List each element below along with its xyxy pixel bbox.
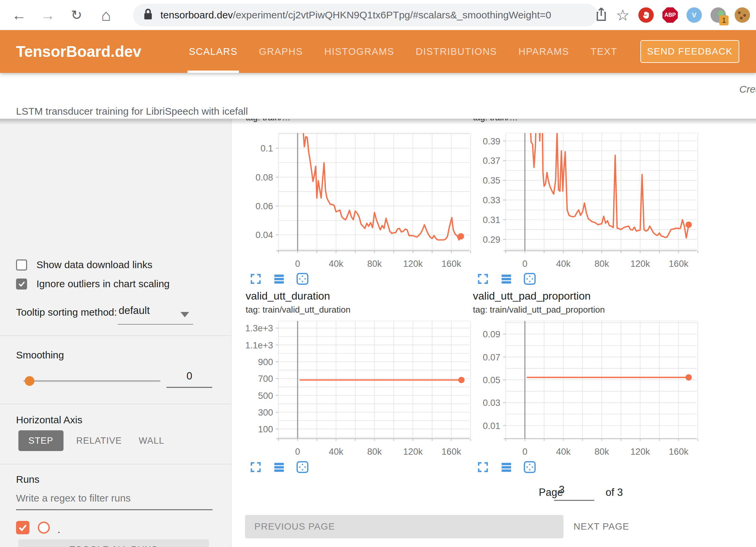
- svg-text:1.1e+3: 1.1e+3: [245, 340, 273, 350]
- svg-text:0: 0: [295, 447, 300, 457]
- svg-text:40k: 40k: [556, 447, 571, 457]
- svg-text:120k: 120k: [630, 259, 650, 269]
- chevron-down-icon[interactable]: [180, 312, 189, 317]
- extension-badge: 1: [719, 15, 729, 25]
- svg-text:80k: 80k: [367, 259, 382, 269]
- svg-text:100: 100: [258, 424, 273, 434]
- home-icon[interactable]: ⌂: [94, 0, 118, 30]
- tab-hparams[interactable]: HPARAMS: [508, 30, 580, 73]
- svg-text:120k: 120k: [630, 447, 650, 457]
- svg-text:160k: 160k: [442, 447, 461, 457]
- tab-histograms[interactable]: HISTOGRAMS: [313, 30, 405, 73]
- smoothing-value-input[interactable]: [166, 370, 212, 388]
- back-icon[interactable]: ←: [7, 0, 31, 30]
- fullscreen-icon[interactable]: [477, 272, 489, 285]
- data-series-icon[interactable]: [500, 272, 513, 285]
- chart-row2-left[interactable]: 1003005007009001.1e+31.3e+3040k80k120k16…: [243, 318, 474, 459]
- privacy-extension-icon[interactable]: 1: [711, 7, 726, 23]
- screen: ← → ↻ ⌂ tensorboard.dev/experiment/cj2vt…: [0, 0, 756, 547]
- divider: [0, 464, 232, 464]
- axis-relative-button[interactable]: RELATIVE: [66, 430, 132, 451]
- chart-actions-row1-right: [477, 272, 536, 285]
- adblock-extension-icon[interactable]: [638, 7, 654, 23]
- svg-text:80k: 80k: [595, 447, 609, 457]
- svg-text:300: 300: [258, 408, 273, 418]
- video-extension-icon[interactable]: V: [686, 7, 702, 23]
- axis-step-button[interactable]: STEP: [18, 430, 64, 451]
- svg-text:900: 900: [258, 357, 273, 367]
- run-name: .: [57, 524, 60, 535]
- checkbox-unchecked-icon[interactable]: [16, 259, 27, 270]
- show-download-links-label: Show data download links: [36, 259, 152, 270]
- svg-text:160k: 160k: [669, 447, 688, 457]
- chart-title: valid_utt_duration: [246, 290, 330, 302]
- fit-domain-icon[interactable]: [523, 461, 536, 473]
- svg-text:40k: 40k: [556, 259, 571, 269]
- fit-domain-icon[interactable]: [523, 272, 536, 285]
- fullscreen-icon[interactable]: [477, 461, 489, 473]
- cookie-chip: [740, 17, 743, 19]
- svg-text:0.35: 0.35: [483, 176, 500, 186]
- svg-text:0.05: 0.05: [483, 375, 500, 385]
- address-bar[interactable]: tensorboard.dev/experiment/cj2vtPiwQHKN9…: [133, 4, 598, 26]
- next-page-button[interactable]: NEXT PAGE: [574, 515, 629, 538]
- runs-regex-input[interactable]: [16, 493, 213, 510]
- data-series-icon[interactable]: [273, 461, 285, 473]
- share-icon[interactable]: [595, 7, 607, 23]
- experiment-title-bar: LSTM transducer training for LibriSpeech…: [0, 73, 756, 119]
- show-download-links-checkbox-row[interactable]: Show data download links: [16, 259, 152, 270]
- chart-actions-row2-right: [477, 461, 536, 473]
- tab-distributions[interactable]: DISTRIBUTIONS: [405, 30, 508, 73]
- url-domain: tensorboard.dev: [160, 9, 233, 20]
- smoothing-label: Smoothing: [16, 349, 64, 361]
- send-feedback-button[interactable]: SEND FEEDBACK: [640, 40, 739, 63]
- tab-graphs[interactable]: GRAPHS: [248, 30, 313, 73]
- select-underline: [118, 324, 193, 325]
- chart-tag: tag: train/valid_utt_duration: [246, 305, 351, 315]
- fit-domain-icon[interactable]: [296, 461, 309, 473]
- chart-row1-left[interactable]: 0.040.060.080.1040k80k120k160k: [243, 130, 474, 271]
- smoothing-slider-track[interactable]: [23, 380, 160, 382]
- svg-text:120k: 120k: [403, 259, 423, 269]
- run-checkbox-checked[interactable]: [16, 521, 29, 534]
- axis-wall-button[interactable]: WALL: [129, 430, 174, 451]
- svg-text:0.33: 0.33: [483, 195, 500, 205]
- forward-icon[interactable]: →: [36, 0, 59, 30]
- checkbox-checked-icon[interactable]: [16, 279, 27, 290]
- data-series-icon[interactable]: [500, 461, 513, 473]
- tooltip-sorting-label: Tooltip sorting method:: [16, 307, 117, 318]
- divider: [0, 335, 232, 336]
- svg-text:500: 500: [258, 391, 273, 401]
- svg-text:0.31: 0.31: [483, 215, 500, 225]
- toggle-all-runs-button[interactable]: TOGGLE ALL RUNS: [18, 539, 209, 547]
- chart-row2-right[interactable]: 0.010.030.050.070.09040k80k120k160k: [471, 318, 701, 459]
- tab-text[interactable]: TEXT: [580, 30, 628, 73]
- page-of-label: of 3: [606, 486, 623, 499]
- ignore-outliers-label: Ignore outliers in chart scaling: [36, 278, 170, 290]
- chart-row1-right[interactable]: 0.290.310.330.350.370.39040k80k120k160k: [471, 130, 701, 271]
- fit-domain-icon[interactable]: [296, 272, 309, 285]
- abp-extension-icon[interactable]: ABP: [662, 7, 678, 23]
- url-text[interactable]: tensorboard.dev/experiment/cj2vtPiwQHKN9…: [160, 9, 551, 21]
- svg-text:0.09: 0.09: [483, 329, 500, 339]
- smoothing-slider-thumb[interactable]: [25, 376, 34, 386]
- svg-text:160k: 160k: [669, 259, 688, 269]
- fullscreen-icon[interactable]: [249, 272, 262, 285]
- reload-icon[interactable]: ↻: [65, 0, 88, 30]
- app-logo[interactable]: TensorBoard.dev: [16, 42, 141, 61]
- page-number-input[interactable]: [554, 484, 594, 501]
- cookie-extension-icon[interactable]: [735, 7, 750, 23]
- run-color-swatch[interactable]: [38, 522, 50, 534]
- fullscreen-icon[interactable]: [249, 461, 262, 473]
- ignore-outliers-checkbox-row[interactable]: Ignore outliers in chart scaling: [16, 278, 170, 290]
- svg-text:0.37: 0.37: [483, 156, 500, 166]
- clipped-tag-text: tag: train/…: [473, 119, 660, 127]
- previous-page-button[interactable]: PREVIOUS PAGE: [245, 515, 563, 538]
- cookie-chip: [743, 14, 746, 17]
- tooltip-sorting-select[interactable]: default: [119, 305, 150, 317]
- abp-label: ABP: [662, 7, 678, 23]
- svg-text:0.29: 0.29: [483, 235, 500, 245]
- tab-scalars[interactable]: SCALARS: [178, 30, 248, 73]
- bookmark-star-icon[interactable]: ☆: [616, 6, 630, 24]
- data-series-icon[interactable]: [273, 272, 285, 285]
